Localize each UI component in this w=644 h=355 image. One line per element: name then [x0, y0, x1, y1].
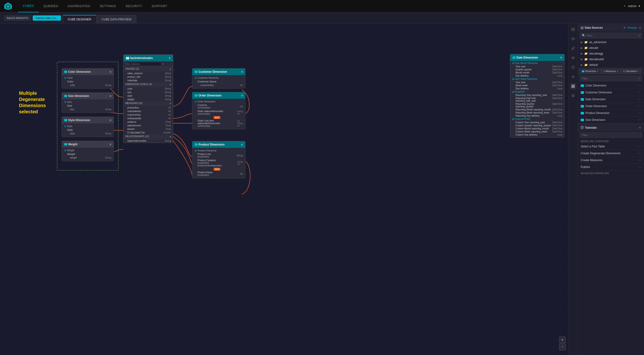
more-icon[interactable]: ⋯ — [638, 84, 641, 87]
tab-calculated[interactable]: δ Calculated ✕ — [621, 69, 641, 73]
measures-section-header[interactable]: MEASURES (8) ▾ — [124, 101, 173, 106]
datasource-filter-input[interactable] — [586, 34, 638, 37]
eye-icon[interactable] — [570, 35, 576, 42]
canvas-area[interactable]: MultipleDegenerateDimensionsselected Col… — [0, 24, 578, 355]
menu-icon[interactable]: ≡ — [560, 56, 562, 59]
info-icon[interactable]: i — [570, 64, 576, 71]
nav-cubes[interactable]: CUBES — [18, 0, 39, 12]
relationships-section-header[interactable]: RELATIONSHIPS (11) ▾ — [124, 134, 173, 139]
menu-icon[interactable]: ≡ — [241, 70, 243, 73]
layers-icon[interactable] — [570, 92, 576, 99]
fact-filter-input[interactable] — [126, 63, 161, 65]
nav-security[interactable]: SECURITY — [121, 0, 147, 12]
close-tutorials-icon[interactable]: ✕ — [639, 126, 641, 129]
tutorial-create-measures[interactable]: Create Measures ⋯ — [578, 157, 644, 164]
tab-cube-data-preview[interactable]: CUBE DATA PREVIEW — [97, 15, 136, 23]
more-icon[interactable]: ⋯ — [638, 118, 641, 122]
data-sources-section: ◫ Data Sources ✕ Preview ✕ 🔍 ≡ ▶ 📁 as_a — [578, 24, 644, 68]
dim-date-dimension[interactable]: Date Dimension ⋯ — [578, 96, 644, 103]
menu-icon[interactable]: ≡ — [241, 143, 243, 146]
chevron-right-icon: ▶ — [581, 58, 583, 61]
menu-icon[interactable]: ≡ — [241, 94, 243, 97]
unused-section-header[interactable]: UNUSED (3) ▾ — [124, 67, 173, 71]
nav-settings[interactable]: SETTINGS — [95, 0, 121, 12]
close-datasource-icon[interactable]: ✕ — [623, 26, 626, 29]
tutorial-degenerate-dimensions[interactable]: Create Degenerate Dimensions ⋯ — [578, 150, 644, 157]
more-icon[interactable]: ⋯ — [638, 90, 641, 94]
menu-icon[interactable]: ≡ — [110, 70, 111, 73]
source-default[interactable]: ▶ 📁 default — [578, 62, 644, 68]
tab-measures[interactable]: Σ Measures ✕ — [601, 69, 620, 73]
menu-icon[interactable]: ≡ — [110, 118, 111, 122]
settings-icon[interactable] — [570, 54, 576, 61]
style-dim-header: Style Dimension ≡ — [62, 117, 114, 123]
more-icon[interactable]: ⋯ — [638, 97, 641, 101]
source-atscaleudaf[interactable]: ▶ 📁 atscaleudaf — [578, 56, 644, 62]
zoom-in-button[interactable]: + — [559, 337, 566, 343]
user-menu[interactable]: ⚬ Admin ▾ — [623, 4, 640, 8]
nav-queries[interactable]: QUERIES — [39, 0, 63, 12]
hamburger-icon[interactable]: ≡ — [638, 34, 640, 37]
tutorial-select-fact[interactable]: Select a Fact Table ⋯ — [578, 143, 644, 150]
weight-dimension-card[interactable]: Weight ≡ ⊞Weight Weight weight String — [62, 141, 114, 161]
dim-size-dimension[interactable]: Size Dimension ⋯ — [578, 117, 644, 123]
tutorials-filter-input[interactable] — [582, 134, 640, 136]
more-icon[interactable]: ⋯ — [638, 158, 641, 162]
more-icon[interactable]: ⋯ — [638, 104, 641, 108]
order-dimension-card[interactable]: Order Dimension ≡ ⊞Order Dimension Curre… — [192, 92, 246, 129]
annotation-text: MultipleDegenerateDimensionsselected — [19, 90, 46, 115]
close-icon[interactable]: × — [162, 62, 164, 66]
tab-cube-designer[interactable]: CUBE DESIGNER — [63, 15, 96, 23]
customer-dimension-card[interactable]: Customer Dimension ≡ ⊞Customer Hierarchy… — [192, 68, 246, 89]
table-icon — [195, 94, 198, 97]
size-dim-header: Size Dimension ≡ — [62, 93, 114, 99]
tutorial-publish[interactable]: Publish ⋯ — [578, 164, 644, 171]
close-preview-icon[interactable]: ✕ — [639, 26, 641, 29]
size-dimension-card[interactable]: Size Dimension ≡ ⊞Size Size size String — [62, 92, 114, 113]
dimension-section: Dimension ✕ Σ Measures ✕ δ Calculated ✕ … — [578, 68, 644, 124]
dim-product-dimension[interactable]: Product Dimension ⋯ — [578, 110, 644, 117]
fact-table-card[interactable]: factinternetsales ≡ × UNUSED (3) ▾ sales… — [123, 54, 173, 143]
close-measures-tab[interactable]: ✕ — [617, 70, 619, 72]
hamburger-icon[interactable]: ≡ — [169, 56, 170, 60]
more-icon[interactable]: ⋯ — [638, 145, 641, 148]
cube-chip[interactable]: Internet Sales Cu... — [33, 15, 61, 21]
close-dimension-tab[interactable]: ✕ — [597, 70, 599, 72]
close-calculated-tab[interactable]: ✕ — [637, 70, 639, 72]
folder-icon: 📁 — [584, 52, 588, 55]
date-dimension-card[interactable]: Date Dimension ≡ ⊞Date Month Hierarchy Y… — [510, 54, 564, 137]
dim-order-dimension[interactable]: Order Dimension ⋯ — [578, 103, 644, 110]
more-icon[interactable]: ⋯ — [638, 111, 641, 115]
link-icon[interactable] — [570, 45, 576, 52]
nav-support[interactable]: SUPPORT — [147, 0, 172, 12]
product-dimension-card[interactable]: Product Dimension ≡ ⊞Product Hierarchy P… — [192, 141, 246, 178]
logo[interactable]: A — [4, 2, 12, 10]
database-icon[interactable] — [570, 26, 576, 33]
dim-color-dimension[interactable]: Color Dimension ⋯ — [578, 82, 644, 89]
source-as-adventure[interactable]: ▶ 📁 as_adventure — [578, 39, 644, 45]
menu-icon[interactable]: ≡ — [110, 94, 111, 98]
tab-bar: SALES INSIGHTS Internet Sales Cu... CUBE… — [0, 12, 644, 24]
more-icon[interactable]: ⋯ — [638, 151, 641, 155]
zoom-out-button[interactable]: − — [559, 344, 566, 350]
svg-text:A: A — [7, 5, 9, 7]
hamburger-icon[interactable]: ≡ — [638, 77, 640, 80]
list-icon[interactable] — [570, 73, 576, 80]
chevron-icon: ▾ — [170, 135, 171, 138]
svg-rect-15 — [573, 86, 574, 88]
color-dimension-card[interactable]: Color Dimension ≡ ⊞Color Color color Str… — [62, 68, 114, 89]
tab-dimension[interactable]: Dimension ✕ — [580, 69, 601, 73]
dim-customer-dimension[interactable]: Customer Dimension ⋯ — [578, 89, 644, 96]
source-atscaleagg[interactable]: ▶ 📁 atscaleagg — [578, 51, 644, 56]
user-label: Admin — [628, 4, 637, 8]
dimension-filter-input[interactable] — [582, 77, 638, 80]
dim-levels-section-header[interactable]: DIMENSION LEVELS (4) ▾ — [124, 82, 173, 87]
layout-icon[interactable] — [570, 83, 576, 90]
style-dimension-card[interactable]: Style Dimension ≡ ⊞Style Style style Str… — [62, 117, 114, 137]
menu-icon[interactable]: ≡ — [110, 143, 111, 146]
more-icon[interactable]: ⋯ — [638, 165, 641, 169]
modeling-overview-label: MODELING OVERVIEW — [578, 139, 644, 143]
source-atscale[interactable]: ▶ 📁 atscale — [578, 45, 644, 51]
nav-aggregates[interactable]: AGGREGATES — [63, 0, 95, 12]
relationships-items: salesordernumberString — [124, 139, 173, 143]
